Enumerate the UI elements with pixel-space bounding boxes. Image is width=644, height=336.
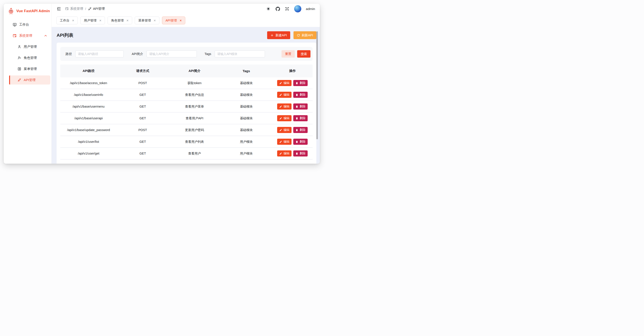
top-bar: 系统管理 / API管理 bbox=[52, 4, 320, 14]
sidebar-menu: 工作台 系统管理 用户管理 bbox=[4, 20, 52, 85]
github-icon[interactable] bbox=[276, 6, 280, 11]
button-label: 编辑 bbox=[284, 116, 289, 120]
tab-workbench[interactable]: 工作台 ✕ bbox=[56, 16, 78, 24]
theme-toggle-sun-icon[interactable] bbox=[266, 6, 271, 11]
breadcrumb-system[interactable]: 系统管理 bbox=[65, 7, 83, 11]
tags-cell: 基础模块 bbox=[220, 81, 272, 85]
search-button[interactable]: 搜索 bbox=[297, 50, 310, 58]
api-path-cell: /api/v1/user/get bbox=[60, 152, 117, 155]
close-icon[interactable]: ✕ bbox=[126, 19, 129, 22]
close-icon[interactable]: ✕ bbox=[154, 19, 156, 22]
sidebar-item-label: 系统管理 bbox=[19, 34, 32, 38]
delete-button[interactable]: 删除 bbox=[293, 92, 308, 98]
delete-button[interactable]: 删除 bbox=[293, 127, 308, 133]
system-settings-icon bbox=[65, 7, 69, 11]
plus-icon bbox=[270, 34, 274, 37]
brand-title: Vue FastAPI Admin bbox=[16, 9, 50, 13]
api-path-cell: /api/v1/base/access_token bbox=[60, 81, 117, 85]
pencil-icon bbox=[279, 129, 282, 132]
plug-icon bbox=[88, 7, 92, 11]
tab-label: 菜单管理 bbox=[138, 18, 151, 23]
breadcrumb-label: 系统管理 bbox=[70, 7, 83, 11]
tags-cell: 用户模块 bbox=[220, 152, 272, 156]
edit-button[interactable]: 编辑 bbox=[277, 139, 292, 145]
trash-icon bbox=[296, 152, 298, 155]
brand-logo-row[interactable]: Vue FastAPI Admin bbox=[4, 4, 52, 14]
tags-cell: 基础模块 bbox=[220, 93, 272, 97]
vertical-scrollbar-thumb[interactable] bbox=[316, 31, 318, 139]
chick-logo-icon bbox=[8, 7, 14, 14]
button-label: 删除 bbox=[300, 140, 306, 144]
content-area: API列表 新建API 刷新API bbox=[52, 27, 320, 164]
table-row: /api/v1/base/update_password POST 更新用户密码… bbox=[60, 124, 313, 136]
tags-cell: 用户模块 bbox=[220, 140, 272, 144]
tags-cell: 基础模块 bbox=[220, 128, 272, 132]
tab-label: 用户管理 bbox=[84, 18, 96, 23]
column-header: API简介 bbox=[168, 69, 220, 73]
user-avatar[interactable] bbox=[294, 5, 301, 12]
edit-button[interactable]: 编辑 bbox=[277, 92, 292, 98]
table-row: /api/v1/user/get GET 查看用户 用户模块 编辑 删除 bbox=[60, 148, 313, 160]
trash-icon bbox=[296, 82, 298, 85]
column-header: Tags bbox=[220, 69, 272, 73]
path-filter-input[interactable] bbox=[75, 50, 124, 57]
button-label: 编辑 bbox=[284, 140, 289, 144]
method-cell: GET bbox=[117, 117, 168, 120]
delete-button[interactable]: 删除 bbox=[293, 103, 308, 110]
sidebar-item-label: 工作台 bbox=[19, 23, 29, 27]
pencil-icon bbox=[279, 140, 282, 143]
chevron-up-icon bbox=[44, 34, 47, 37]
sidebar-item-api-management[interactable]: API管理 bbox=[9, 75, 50, 85]
sidebar-item-label: 角色管理 bbox=[24, 56, 37, 60]
column-header: 请求方式 bbox=[117, 69, 168, 73]
reset-button[interactable]: 重置 bbox=[282, 50, 295, 58]
tab-role-management[interactable]: 角色管理 ✕ bbox=[108, 16, 132, 24]
sidebar-item-user-management[interactable]: 用户管理 bbox=[9, 42, 50, 51]
method-cell: GET bbox=[117, 140, 168, 144]
table-row: /api/v1/base/userapi GET 查看用户API 基础模块 编辑… bbox=[60, 113, 313, 124]
edit-button[interactable]: 编辑 bbox=[277, 115, 292, 121]
sidebar-collapse-icon[interactable] bbox=[56, 6, 61, 11]
create-api-button[interactable]: 新建API bbox=[267, 31, 290, 39]
delete-button[interactable]: 删除 bbox=[293, 80, 308, 86]
summary-filter-input[interactable] bbox=[146, 50, 197, 57]
button-label: 删除 bbox=[300, 105, 306, 108]
summary-cell: 查看用户 bbox=[168, 152, 220, 156]
breadcrumb-label: API管理 bbox=[93, 7, 105, 11]
sidebar-item-role-management[interactable]: 角色管理 bbox=[9, 53, 50, 62]
trash-icon bbox=[296, 129, 298, 132]
close-icon[interactable]: ✕ bbox=[72, 19, 74, 22]
refresh-api-button[interactable]: 刷新API bbox=[294, 31, 316, 39]
close-icon[interactable]: ✕ bbox=[180, 19, 182, 22]
close-icon[interactable]: ✕ bbox=[99, 19, 102, 22]
topbar-actions: admin bbox=[266, 5, 315, 12]
summary-cell: 查看用户菜单 bbox=[168, 105, 220, 109]
fullscreen-icon[interactable] bbox=[285, 6, 290, 11]
tags-filter-input[interactable] bbox=[215, 50, 265, 57]
api-path-cell: /api/v1/user/list bbox=[60, 140, 117, 144]
tab-label: API管理 bbox=[166, 18, 177, 23]
edit-button[interactable]: 编辑 bbox=[277, 80, 292, 86]
username[interactable]: admin bbox=[306, 7, 315, 11]
tab-user-management[interactable]: 用户管理 ✕ bbox=[80, 16, 105, 24]
edit-button[interactable]: 编辑 bbox=[277, 150, 292, 157]
breadcrumb-api[interactable]: API管理 bbox=[88, 7, 105, 11]
summary-cell: 更新用户密码 bbox=[168, 128, 220, 132]
pencil-icon bbox=[279, 152, 282, 155]
table-row-partial bbox=[60, 160, 313, 164]
edit-button[interactable]: 编辑 bbox=[277, 127, 292, 133]
delete-button[interactable]: 删除 bbox=[293, 139, 308, 145]
tab-menu-management[interactable]: 菜单管理 ✕ bbox=[135, 16, 159, 24]
plug-icon bbox=[18, 78, 21, 82]
table-row: /api/v1/base/userinfo GET 查看用户信息 基础模块 编辑… bbox=[60, 89, 313, 101]
delete-button[interactable]: 删除 bbox=[293, 150, 308, 157]
delete-button[interactable]: 删除 bbox=[293, 115, 308, 121]
sidebar-item-workbench[interactable]: 工作台 bbox=[9, 20, 50, 29]
sidebar-item-system[interactable]: 系统管理 bbox=[9, 31, 50, 40]
edit-button[interactable]: 编辑 bbox=[277, 103, 292, 110]
sidebar-item-menu-management[interactable]: 菜单管理 bbox=[9, 64, 50, 73]
trash-icon bbox=[296, 117, 298, 120]
summary-cell: 查看用户信息 bbox=[168, 93, 220, 97]
tab-api-management[interactable]: API管理 ✕ bbox=[162, 16, 185, 24]
breadcrumb: 系统管理 / API管理 bbox=[65, 7, 105, 11]
